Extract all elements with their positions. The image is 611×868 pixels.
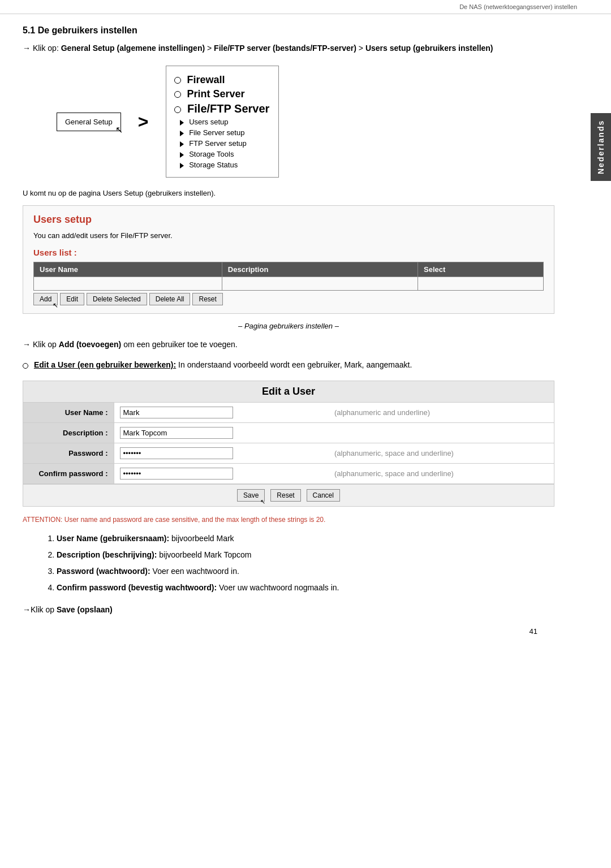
table-button-row: Add↖ Edit Delete Selected Delete All Res… bbox=[33, 293, 544, 305]
tri-users-setup bbox=[180, 120, 184, 126]
hint-description bbox=[329, 422, 554, 443]
menu-item-storage-status: Storage Status bbox=[174, 161, 270, 169]
col-description: Description bbox=[222, 262, 418, 277]
col-username: User Name bbox=[34, 262, 222, 277]
col-select: Select bbox=[418, 262, 544, 277]
radio-firewall bbox=[174, 77, 181, 84]
final-instruction: →Klik op Save (opslaan) bbox=[23, 603, 554, 616]
hint-password: (alphanumeric, space and underline) bbox=[329, 443, 554, 463]
page-number: 41 bbox=[23, 627, 554, 636]
label-description: Description : bbox=[23, 422, 114, 443]
form-row-confirm-password: Confirm password : (alphanumeric, space … bbox=[23, 463, 554, 483]
edit-user-form: User Name : (alphanumeric and underline)… bbox=[23, 403, 554, 484]
edit-user-instruction: Edit a User (een gebruiker bewerken): In… bbox=[23, 359, 554, 371]
form-row-username: User Name : (alphanumeric and underline) bbox=[23, 403, 554, 423]
label-username: User Name : bbox=[23, 403, 114, 423]
input-username[interactable] bbox=[120, 407, 233, 418]
tri-ftp-server bbox=[180, 141, 184, 147]
delete-all-button[interactable]: Delete All bbox=[149, 293, 191, 305]
menu-item-ftp-server-setup: FTP Server setup bbox=[174, 139, 270, 148]
menu-item-file-ftp: File/FTP Server bbox=[174, 102, 270, 115]
list-item-2: Description (beschrijving): bijvoorbeeld… bbox=[57, 548, 554, 562]
menu-panel: Firewall Print Server File/FTP Server Us… bbox=[166, 66, 279, 178]
menu-item-print-server: Print Server bbox=[174, 88, 270, 100]
save-button[interactable]: Save↖ bbox=[237, 489, 265, 502]
form-row-password: Password : (alphanumeric, space and unde… bbox=[23, 443, 554, 463]
form-buttons: Save↖ Reset Cancel bbox=[23, 484, 554, 506]
users-table: User Name Description Select bbox=[33, 262, 544, 291]
numbered-list: User Name (gebruikersnaam): bijvoorbeeld… bbox=[57, 532, 554, 595]
reset-button-form[interactable]: Reset bbox=[270, 489, 300, 502]
hint-username: (alphanumeric and underline) bbox=[329, 403, 554, 423]
menu-diagram: General Setup ↖ > Firewall Print Server … bbox=[57, 66, 554, 178]
cell-select bbox=[418, 277, 544, 291]
cell-username-input bbox=[114, 403, 329, 423]
page-header: De NAS (netwerktoegangsserver) instellen bbox=[0, 0, 611, 14]
side-tab-nederlands: Nederlands bbox=[591, 113, 611, 181]
hint-confirm-password: (alphanumeric, space and underline) bbox=[329, 463, 554, 483]
input-confirm-password[interactable] bbox=[120, 468, 233, 480]
arrow-save: → bbox=[23, 605, 31, 614]
circle-bullet bbox=[23, 363, 28, 369]
pagina-caption: – Pagina gebruikers instellen – bbox=[23, 322, 554, 330]
delete-selected-button[interactable]: Delete Selected bbox=[87, 293, 147, 305]
radio-file-ftp bbox=[174, 106, 181, 113]
users-list-title: Users list : bbox=[33, 248, 544, 257]
list-item-4: Confirm password (bevestig wachtwoord): … bbox=[57, 581, 554, 595]
menu-item-file-server-setup: File Server setup bbox=[174, 128, 270, 137]
add-button[interactable]: Add↖ bbox=[33, 293, 58, 305]
section-title: 5.1 De gebruikers instellen bbox=[23, 25, 554, 36]
tri-storage-tools bbox=[180, 152, 184, 158]
cell-password-input bbox=[114, 443, 329, 463]
users-setup-section: Users setup You can add/edit users for F… bbox=[23, 205, 554, 314]
input-description[interactable] bbox=[120, 427, 233, 439]
arrow-symbol: → bbox=[23, 44, 31, 53]
menu-item-users-setup: Users setup bbox=[174, 118, 270, 126]
users-setup-desc: You can add/edit users for File/FTP serv… bbox=[33, 231, 544, 240]
reset-button-list[interactable]: Reset bbox=[192, 293, 222, 305]
form-row-description: Description : bbox=[23, 422, 554, 443]
cell-confirm-password-input bbox=[114, 463, 329, 483]
tri-storage-status bbox=[180, 163, 184, 169]
cell-username bbox=[34, 277, 222, 291]
instruction-add: → Klik op Add (toevoegen) om een gebruik… bbox=[23, 338, 554, 351]
radio-print-server bbox=[174, 91, 181, 98]
edit-button[interactable]: Edit bbox=[60, 293, 84, 305]
diagram-arrow: > bbox=[138, 111, 149, 132]
users-setup-title: Users setup bbox=[33, 214, 544, 226]
edit-user-section: Edit a User User Name : (alphanumeric an… bbox=[23, 381, 554, 507]
table-row-empty bbox=[34, 277, 544, 291]
label-confirm-password: Confirm password : bbox=[23, 463, 114, 483]
general-setup-box: General Setup ↖ bbox=[57, 113, 121, 131]
arrow-add: → bbox=[23, 340, 31, 349]
general-setup-label: General Setup bbox=[65, 118, 113, 126]
menu-item-firewall: Firewall bbox=[174, 74, 270, 86]
attention-text: ATTENTION: User name and password are ca… bbox=[23, 516, 554, 524]
cell-description-input bbox=[114, 422, 329, 443]
list-item-1: User Name (gebruikersnaam): bijvoorbeeld… bbox=[57, 532, 554, 546]
cell-description bbox=[222, 277, 418, 291]
list-item-3: Password (wachtwoord): Voer een wachtwoo… bbox=[57, 564, 554, 578]
cursor-icon: ↖ bbox=[115, 124, 123, 135]
edit-user-title: Edit a User bbox=[23, 381, 554, 403]
pagina-note: U komt nu op de pagina Users Setup (gebr… bbox=[23, 189, 554, 197]
input-password[interactable] bbox=[120, 447, 233, 459]
menu-item-storage-tools: Storage Tools bbox=[174, 150, 270, 158]
label-password: Password : bbox=[23, 443, 114, 463]
cancel-button[interactable]: Cancel bbox=[307, 489, 340, 502]
arrow-instruction: → Klik op: General Setup (algemene inste… bbox=[23, 42, 554, 54]
tri-file-server bbox=[180, 131, 184, 136]
